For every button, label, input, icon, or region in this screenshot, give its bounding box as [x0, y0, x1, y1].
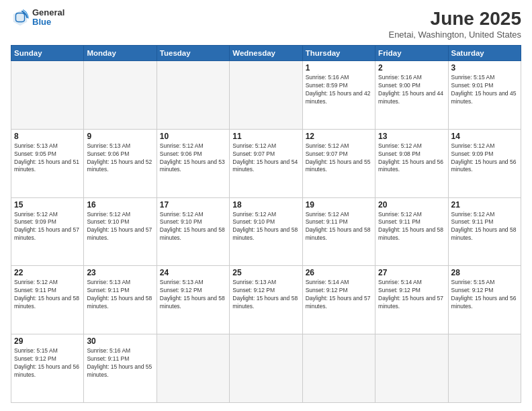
table-row: 30 Sunrise: 5:16 AM Sunset: 9:11 PM Dayl…	[84, 334, 157, 403]
day-info: Sunrise: 5:13 AM Sunset: 9:12 PM Dayligh…	[232, 279, 299, 311]
table-row: 3 Sunrise: 5:15 AM Sunset: 9:01 PM Dayli…	[448, 61, 521, 130]
page: General Blue June 2025 Enetai, Washingto…	[0, 0, 532, 411]
day-number: 21	[451, 200, 518, 210]
table-row: 10 Sunrise: 5:12 AM Sunset: 9:06 PM Dayl…	[157, 129, 229, 197]
day-info: Sunrise: 5:14 AM Sunset: 9:12 PM Dayligh…	[378, 279, 445, 311]
day-info: Sunrise: 5:12 AM Sunset: 9:11 PM Dayligh…	[378, 211, 445, 243]
table-row	[230, 334, 302, 403]
day-number: 15	[14, 200, 81, 210]
day-info: Sunrise: 5:12 AM Sunset: 9:11 PM Dayligh…	[306, 211, 372, 243]
weekday-thursday: Thursday	[302, 46, 375, 61]
table-row	[84, 61, 157, 130]
day-info: Sunrise: 5:12 AM Sunset: 9:08 PM Dayligh…	[378, 142, 445, 175]
day-info: Sunrise: 5:12 AM Sunset: 9:07 PM Dayligh…	[306, 142, 372, 175]
day-number: 29	[14, 336, 81, 346]
day-info: Sunrise: 5:15 AM Sunset: 9:12 PM Dayligh…	[14, 347, 81, 379]
day-number: 24	[160, 268, 226, 277]
title-month: June 2025	[388, 8, 521, 30]
calendar-header-row: Sunday Monday Tuesday Wednesday Thursday…	[11, 46, 521, 61]
table-row: 19 Sunrise: 5:12 AM Sunset: 9:11 PM Dayl…	[302, 197, 375, 266]
day-number: 22	[14, 268, 81, 277]
day-number: 28	[451, 268, 518, 277]
table-row: 26 Sunrise: 5:14 AM Sunset: 9:12 PM Dayl…	[302, 266, 375, 334]
day-number: 11	[232, 132, 299, 141]
day-info: Sunrise: 5:12 AM Sunset: 9:09 PM Dayligh…	[14, 211, 81, 243]
day-info: Sunrise: 5:16 AM Sunset: 9:00 PM Dayligh…	[378, 74, 445, 106]
table-row	[375, 334, 448, 403]
day-info: Sunrise: 5:14 AM Sunset: 9:12 PM Dayligh…	[306, 279, 372, 311]
weekday-sunday: Sunday	[11, 46, 84, 61]
table-row	[157, 61, 229, 130]
day-info: Sunrise: 5:12 AM Sunset: 9:07 PM Dayligh…	[232, 142, 299, 175]
day-info: Sunrise: 5:12 AM Sunset: 9:11 PM Dayligh…	[14, 279, 81, 311]
day-number: 14	[451, 132, 518, 141]
day-number: 2	[378, 63, 445, 73]
day-info: Sunrise: 5:13 AM Sunset: 9:06 PM Dayligh…	[87, 142, 153, 175]
logo-blue-label: Blue	[32, 17, 64, 27]
table-row: 18 Sunrise: 5:12 AM Sunset: 9:10 PM Dayl…	[230, 197, 302, 266]
header: General Blue June 2025 Enetai, Washingto…	[11, 8, 521, 40]
table-row: 11 Sunrise: 5:12 AM Sunset: 9:07 PM Dayl…	[230, 129, 302, 197]
table-row: 15 Sunrise: 5:12 AM Sunset: 9:09 PM Dayl…	[11, 197, 84, 266]
day-number: 26	[306, 268, 372, 277]
day-info: Sunrise: 5:13 AM Sunset: 9:12 PM Dayligh…	[160, 279, 226, 311]
day-number: 23	[87, 268, 153, 277]
table-row: 22 Sunrise: 5:12 AM Sunset: 9:11 PM Dayl…	[11, 266, 84, 334]
day-number: 27	[378, 268, 445, 277]
table-row	[448, 334, 521, 403]
table-row	[11, 61, 84, 130]
day-info: Sunrise: 5:13 AM Sunset: 9:05 PM Dayligh…	[14, 142, 81, 175]
calendar-table: Sunday Monday Tuesday Wednesday Thursday…	[11, 45, 521, 403]
day-number: 19	[306, 200, 372, 210]
calendar-week-row: 15 Sunrise: 5:12 AM Sunset: 9:09 PM Dayl…	[11, 197, 521, 266]
table-row	[157, 334, 229, 403]
table-row: 28 Sunrise: 5:15 AM Sunset: 9:12 PM Dayl…	[448, 266, 521, 334]
day-number: 10	[160, 132, 226, 141]
day-number: 20	[378, 200, 445, 210]
weekday-friday: Friday	[375, 46, 448, 61]
table-row: 20 Sunrise: 5:12 AM Sunset: 9:11 PM Dayl…	[375, 197, 448, 266]
logo-text: General Blue	[32, 8, 64, 28]
day-info: Sunrise: 5:16 AM Sunset: 9:11 PM Dayligh…	[87, 347, 153, 379]
day-info: Sunrise: 5:15 AM Sunset: 9:12 PM Dayligh…	[451, 279, 518, 311]
weekday-wednesday: Wednesday	[230, 46, 302, 61]
day-number: 8	[14, 132, 81, 141]
weekday-saturday: Saturday	[448, 46, 521, 61]
title-location: Enetai, Washington, United States	[388, 30, 521, 40]
table-row: 13 Sunrise: 5:12 AM Sunset: 9:08 PM Dayl…	[375, 129, 448, 197]
day-info: Sunrise: 5:12 AM Sunset: 9:09 PM Dayligh…	[451, 142, 518, 175]
calendar-week-row: 29 Sunrise: 5:15 AM Sunset: 9:12 PM Dayl…	[11, 334, 521, 403]
table-row: 17 Sunrise: 5:12 AM Sunset: 9:10 PM Dayl…	[157, 197, 229, 266]
logo-icon	[11, 8, 30, 27]
day-info: Sunrise: 5:12 AM Sunset: 9:10 PM Dayligh…	[160, 211, 226, 243]
table-row	[302, 334, 375, 403]
calendar-week-row: 8 Sunrise: 5:13 AM Sunset: 9:05 PM Dayli…	[11, 129, 521, 197]
table-row: 27 Sunrise: 5:14 AM Sunset: 9:12 PM Dayl…	[375, 266, 448, 334]
day-number: 3	[451, 63, 518, 73]
title-block: June 2025 Enetai, Washington, United Sta…	[388, 8, 521, 40]
day-info: Sunrise: 5:12 AM Sunset: 9:10 PM Dayligh…	[87, 211, 153, 243]
table-row: 16 Sunrise: 5:12 AM Sunset: 9:10 PM Dayl…	[84, 197, 157, 266]
day-info: Sunrise: 5:16 AM Sunset: 8:59 PM Dayligh…	[306, 74, 372, 106]
table-row: 21 Sunrise: 5:12 AM Sunset: 9:11 PM Dayl…	[448, 197, 521, 266]
day-number: 13	[378, 132, 445, 141]
table-row	[230, 61, 302, 130]
table-row: 25 Sunrise: 5:13 AM Sunset: 9:12 PM Dayl…	[230, 266, 302, 334]
calendar-week-row: 1 Sunrise: 5:16 AM Sunset: 8:59 PM Dayli…	[11, 61, 521, 130]
weekday-monday: Monday	[84, 46, 157, 61]
table-row: 29 Sunrise: 5:15 AM Sunset: 9:12 PM Dayl…	[11, 334, 84, 403]
table-row: 9 Sunrise: 5:13 AM Sunset: 9:06 PM Dayli…	[84, 129, 157, 197]
day-info: Sunrise: 5:12 AM Sunset: 9:10 PM Dayligh…	[232, 211, 299, 243]
day-number: 16	[87, 200, 153, 210]
day-number: 25	[232, 268, 299, 277]
day-number: 12	[306, 132, 372, 141]
day-number: 9	[87, 132, 153, 141]
logo: General Blue	[11, 8, 64, 28]
weekday-tuesday: Tuesday	[157, 46, 229, 61]
logo-general-label: General	[32, 8, 64, 17]
table-row: 1 Sunrise: 5:16 AM Sunset: 8:59 PM Dayli…	[302, 61, 375, 130]
table-row: 12 Sunrise: 5:12 AM Sunset: 9:07 PM Dayl…	[302, 129, 375, 197]
day-number: 1	[306, 63, 372, 73]
day-info: Sunrise: 5:12 AM Sunset: 9:06 PM Dayligh…	[160, 142, 226, 175]
day-info: Sunrise: 5:13 AM Sunset: 9:11 PM Dayligh…	[87, 279, 153, 311]
